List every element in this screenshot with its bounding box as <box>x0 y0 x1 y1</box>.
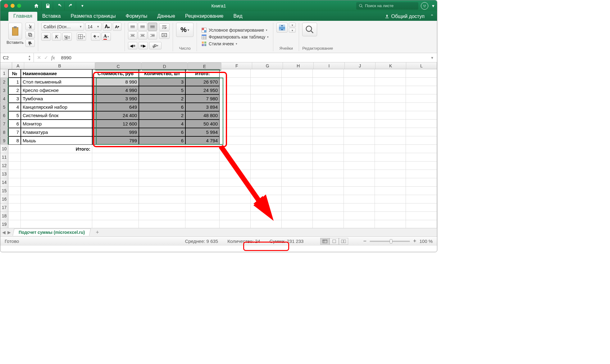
find-button[interactable] <box>302 23 317 36</box>
formula-expand-icon[interactable]: ▼ <box>427 56 437 60</box>
cell-J2[interactable] <box>344 78 375 86</box>
cell-I3[interactable] <box>313 86 344 94</box>
cell-I17[interactable] <box>313 203 344 212</box>
cell-A1[interactable]: № <box>8 69 21 78</box>
cell-K6[interactable] <box>375 111 406 120</box>
cell-G3[interactable] <box>251 86 282 94</box>
zoom-in[interactable]: + <box>413 238 417 244</box>
cell-J3[interactable] <box>344 86 375 94</box>
fill-color-button[interactable]: ▾ <box>91 33 100 41</box>
cell-H3[interactable] <box>282 86 313 94</box>
zoom-window[interactable] <box>17 4 21 8</box>
cell-C13[interactable] <box>92 170 139 178</box>
close-window[interactable] <box>4 4 8 8</box>
cell-L5[interactable] <box>406 103 437 111</box>
decrease-font-button[interactable]: A▾ <box>113 23 121 31</box>
cell-H9[interactable] <box>282 136 313 145</box>
cell-I4[interactable] <box>313 94 344 103</box>
align-center[interactable] <box>138 31 147 39</box>
cell-D11[interactable] <box>139 153 185 162</box>
cell-D4[interactable]: 2 <box>139 94 185 103</box>
bold-button[interactable]: Ж <box>41 33 51 41</box>
cell-I13[interactable] <box>313 170 344 178</box>
cell-A3[interactable]: 2 <box>8 86 21 94</box>
cell-D10[interactable] <box>139 145 185 153</box>
cell-G19[interactable] <box>251 220 282 228</box>
cell-G18[interactable] <box>251 212 282 220</box>
cell-J11[interactable] <box>344 153 375 162</box>
cell-J4[interactable] <box>344 94 375 103</box>
sheet-nav-prev[interactable]: ◀ <box>2 230 6 235</box>
row-header-10[interactable]: 10 <box>0 145 8 153</box>
cell-L6[interactable] <box>406 111 437 120</box>
tab-formulas[interactable]: Формулы <box>121 12 152 21</box>
col-header-I[interactable]: I <box>314 62 344 69</box>
cell-K12[interactable] <box>375 162 406 170</box>
cell-B3[interactable]: Кресло офисное <box>21 86 92 94</box>
cell-D15[interactable] <box>139 187 185 195</box>
cell-G15[interactable] <box>251 187 282 195</box>
cell-D8[interactable]: 6 <box>139 128 185 136</box>
zoom-out[interactable]: − <box>363 238 366 244</box>
cell-E3[interactable]: 24 950 <box>185 86 220 94</box>
underline-button[interactable]: Ч▾ <box>62 33 72 41</box>
cell-K13[interactable] <box>375 170 406 178</box>
cell-L10[interactable] <box>406 145 437 153</box>
cell-G17[interactable] <box>251 203 282 212</box>
cell-G9[interactable] <box>251 136 282 145</box>
view-page-break[interactable] <box>339 238 348 245</box>
cell-C14[interactable] <box>92 178 139 187</box>
cell-F18[interactable] <box>220 212 251 220</box>
col-header-B[interactable]: B <box>24 62 95 69</box>
cell-K10[interactable] <box>375 145 406 153</box>
cell-K14[interactable] <box>375 178 406 187</box>
save-icon[interactable] <box>43 2 53 10</box>
cell-E12[interactable] <box>185 162 220 170</box>
copy-button[interactable] <box>25 31 35 39</box>
name-box[interactable]: C2 ▲▼ <box>0 53 34 62</box>
row-header-18[interactable]: 18 <box>0 212 8 220</box>
redo-icon[interactable] <box>66 2 76 10</box>
cell-K1[interactable] <box>375 69 406 78</box>
cell-I12[interactable] <box>313 162 344 170</box>
cell-K2[interactable] <box>375 78 406 86</box>
insert-cells-button[interactable] <box>276 23 288 33</box>
cell-B10[interactable]: Итого: <box>21 145 92 153</box>
row-header-19[interactable]: 19 <box>0 220 8 228</box>
cell-H4[interactable] <box>282 94 313 103</box>
align-bottom[interactable] <box>148 23 157 31</box>
cell-I2[interactable] <box>313 78 344 86</box>
cell-F14[interactable] <box>220 178 251 187</box>
cell-F7[interactable] <box>220 120 251 128</box>
cell-A7[interactable]: 6 <box>8 120 21 128</box>
cell-J17[interactable] <box>344 203 375 212</box>
view-page-layout[interactable] <box>330 238 339 245</box>
cell-G10[interactable] <box>251 145 282 153</box>
cell-J6[interactable] <box>344 111 375 120</box>
ribbon-collapse-icon[interactable]: ⌃ <box>430 14 434 19</box>
cell-L19[interactable] <box>406 220 437 228</box>
cell-H10[interactable] <box>282 145 313 153</box>
cell-D7[interactable]: 4 <box>139 120 185 128</box>
font-color-button[interactable]: A▾ <box>102 33 111 41</box>
italic-button[interactable]: К <box>52 33 61 41</box>
align-right[interactable] <box>148 31 157 39</box>
cell-C19[interactable] <box>92 220 139 228</box>
cell-H11[interactable] <box>282 153 313 162</box>
formula-input[interactable]: 8990 <box>58 55 428 60</box>
cell-K11[interactable] <box>375 153 406 162</box>
cell-B17[interactable] <box>21 203 92 212</box>
align-left[interactable] <box>128 31 137 39</box>
col-header-J[interactable]: J <box>345 62 376 69</box>
cell-E2[interactable]: 26 970 <box>185 78 220 86</box>
cell-H18[interactable] <box>282 212 313 220</box>
orientation-button[interactable]: ab▾ <box>149 42 162 49</box>
cell-H12[interactable] <box>282 162 313 170</box>
cell-L18[interactable] <box>406 212 437 220</box>
cell-A5[interactable]: 4 <box>8 103 21 111</box>
row-header-1[interactable]: 1 <box>0 69 8 78</box>
cell-K5[interactable] <box>375 103 406 111</box>
cell-D17[interactable] <box>139 203 185 212</box>
cell-D13[interactable] <box>139 170 185 178</box>
sheet-tab-active[interactable]: Подсчет суммы (microexcel.ru) <box>13 229 91 236</box>
